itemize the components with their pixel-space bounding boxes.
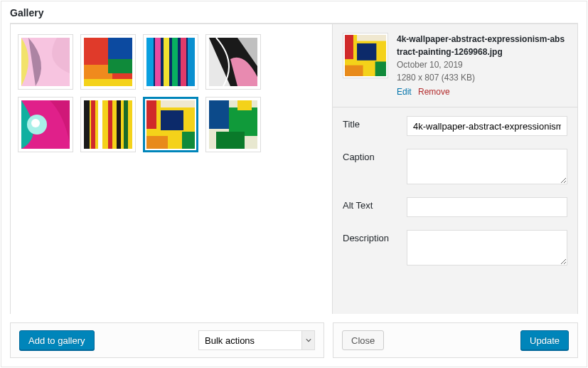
caption-input[interactable] (407, 149, 567, 184)
filename: 4k-wallpaper-abstract-expressionism-abst… (397, 33, 567, 58)
panel-body: 4k-wallpaper-abstract-expressionism-abst… (10, 23, 578, 314)
gallery-panel: Gallery 4k-wallpaper-abstract-expression… (1, 1, 587, 367)
thumbnail-8[interactable] (205, 97, 261, 152)
details-fields: Title Caption Alt Text Description (333, 107, 577, 274)
thumbnail-grid (11, 31, 325, 155)
footer-left: Add to gallery Bulk actions (10, 322, 324, 358)
details-thumbnail (343, 33, 388, 78)
upload-date: October 10, 2019 (397, 58, 567, 71)
update-button[interactable]: Update (520, 330, 569, 350)
title-input[interactable] (407, 116, 567, 136)
thumbnail-1[interactable] (18, 34, 73, 90)
thumbnail-6[interactable] (80, 97, 136, 152)
add-to-gallery-button[interactable]: Add to gallery (19, 330, 95, 350)
thumbnail-7-selected[interactable] (143, 97, 198, 152)
alt-label: Alt Text (343, 197, 400, 211)
panel-footer: Add to gallery Bulk actions Close Update (1, 314, 587, 367)
close-button[interactable]: Close (342, 330, 384, 350)
edit-link[interactable]: Edit (397, 87, 412, 97)
description-label: Description (343, 230, 400, 243)
details-info: 4k-wallpaper-abstract-expressionism-abst… (397, 33, 567, 98)
title-label: Title (343, 116, 400, 130)
caption-label: Caption (343, 149, 400, 162)
details-header: 4k-wallpaper-abstract-expressionism-abst… (333, 24, 577, 107)
thumbnail-2[interactable] (80, 34, 136, 90)
dimensions: 1280 x 807 (433 KB) (397, 71, 567, 84)
alt-input[interactable] (407, 197, 567, 217)
thumbnail-5[interactable] (18, 97, 73, 152)
thumbnail-3[interactable] (143, 34, 198, 90)
description-input[interactable] (407, 230, 567, 266)
gallery-column (10, 23, 333, 314)
footer-right: Close Update (333, 322, 578, 358)
panel-title: Gallery (1, 1, 587, 23)
details-column: 4k-wallpaper-abstract-expressionism-abst… (333, 23, 578, 314)
remove-link[interactable]: Remove (418, 87, 450, 97)
thumbnail-4[interactable] (205, 34, 261, 90)
bulk-actions-select[interactable]: Bulk actions (198, 330, 315, 350)
bulk-actions-wrapper: Bulk actions (198, 330, 315, 350)
